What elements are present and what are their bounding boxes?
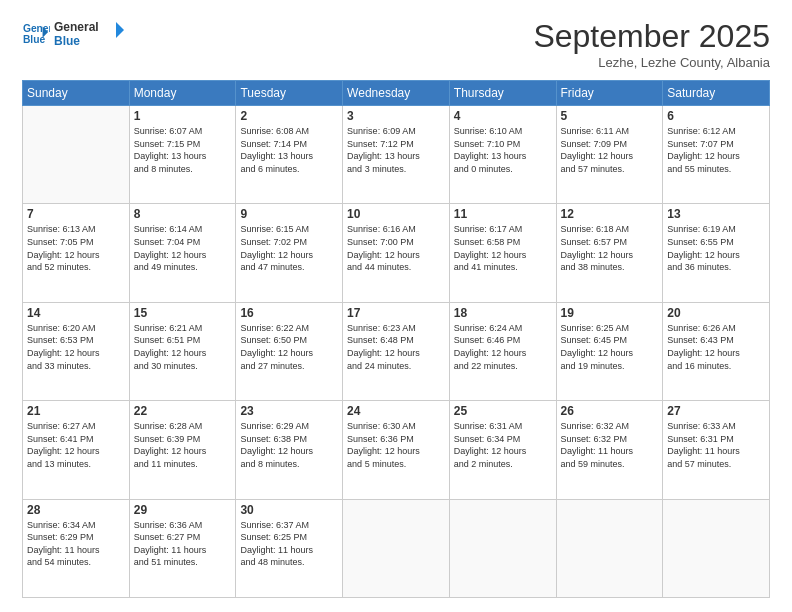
week-row-4: 28Sunrise: 6:34 AMSunset: 6:29 PMDayligh… (23, 499, 770, 597)
day-info: Sunrise: 6:08 AMSunset: 7:14 PMDaylight:… (240, 125, 338, 175)
calendar-cell: 10Sunrise: 6:16 AMSunset: 7:00 PMDayligh… (343, 204, 450, 302)
day-number: 18 (454, 306, 552, 320)
calendar-cell: 30Sunrise: 6:37 AMSunset: 6:25 PMDayligh… (236, 499, 343, 597)
day-number: 4 (454, 109, 552, 123)
day-info: Sunrise: 6:22 AMSunset: 6:50 PMDaylight:… (240, 322, 338, 372)
calendar-cell: 13Sunrise: 6:19 AMSunset: 6:55 PMDayligh… (663, 204, 770, 302)
calendar-cell: 9Sunrise: 6:15 AMSunset: 7:02 PMDaylight… (236, 204, 343, 302)
header: General Blue General Blue September 2025… (22, 18, 770, 70)
week-row-1: 7Sunrise: 6:13 AMSunset: 7:05 PMDaylight… (23, 204, 770, 302)
col-tuesday: Tuesday (236, 81, 343, 106)
calendar-cell: 17Sunrise: 6:23 AMSunset: 6:48 PMDayligh… (343, 302, 450, 400)
logo-svg: General Blue (54, 18, 124, 48)
day-info: Sunrise: 6:07 AMSunset: 7:15 PMDaylight:… (134, 125, 232, 175)
day-number: 27 (667, 404, 765, 418)
day-number: 22 (134, 404, 232, 418)
calendar-cell: 27Sunrise: 6:33 AMSunset: 6:31 PMDayligh… (663, 401, 770, 499)
day-number: 2 (240, 109, 338, 123)
day-info: Sunrise: 6:21 AMSunset: 6:51 PMDaylight:… (134, 322, 232, 372)
day-number: 13 (667, 207, 765, 221)
subtitle: Lezhe, Lezhe County, Albania (533, 55, 770, 70)
day-number: 1 (134, 109, 232, 123)
day-number: 24 (347, 404, 445, 418)
calendar-cell: 19Sunrise: 6:25 AMSunset: 6:45 PMDayligh… (556, 302, 663, 400)
day-number: 11 (454, 207, 552, 221)
col-thursday: Thursday (449, 81, 556, 106)
calendar-cell: 11Sunrise: 6:17 AMSunset: 6:58 PMDayligh… (449, 204, 556, 302)
calendar-cell: 16Sunrise: 6:22 AMSunset: 6:50 PMDayligh… (236, 302, 343, 400)
col-saturday: Saturday (663, 81, 770, 106)
day-info: Sunrise: 6:18 AMSunset: 6:57 PMDaylight:… (561, 223, 659, 273)
day-info: Sunrise: 6:36 AMSunset: 6:27 PMDaylight:… (134, 519, 232, 569)
calendar-cell: 20Sunrise: 6:26 AMSunset: 6:43 PMDayligh… (663, 302, 770, 400)
calendar-cell: 18Sunrise: 6:24 AMSunset: 6:46 PMDayligh… (449, 302, 556, 400)
day-info: Sunrise: 6:13 AMSunset: 7:05 PMDaylight:… (27, 223, 125, 273)
calendar-cell: 24Sunrise: 6:30 AMSunset: 6:36 PMDayligh… (343, 401, 450, 499)
day-info: Sunrise: 6:23 AMSunset: 6:48 PMDaylight:… (347, 322, 445, 372)
day-number: 5 (561, 109, 659, 123)
calendar-cell: 6Sunrise: 6:12 AMSunset: 7:07 PMDaylight… (663, 106, 770, 204)
day-number: 20 (667, 306, 765, 320)
calendar-cell: 22Sunrise: 6:28 AMSunset: 6:39 PMDayligh… (129, 401, 236, 499)
day-info: Sunrise: 6:20 AMSunset: 6:53 PMDaylight:… (27, 322, 125, 372)
calendar-table: Sunday Monday Tuesday Wednesday Thursday… (22, 80, 770, 598)
calendar-cell: 4Sunrise: 6:10 AMSunset: 7:10 PMDaylight… (449, 106, 556, 204)
week-row-0: 1Sunrise: 6:07 AMSunset: 7:15 PMDaylight… (23, 106, 770, 204)
day-info: Sunrise: 6:24 AMSunset: 6:46 PMDaylight:… (454, 322, 552, 372)
day-number: 8 (134, 207, 232, 221)
day-info: Sunrise: 6:34 AMSunset: 6:29 PMDaylight:… (27, 519, 125, 569)
day-number: 19 (561, 306, 659, 320)
day-number: 29 (134, 503, 232, 517)
day-info: Sunrise: 6:28 AMSunset: 6:39 PMDaylight:… (134, 420, 232, 470)
day-info: Sunrise: 6:17 AMSunset: 6:58 PMDaylight:… (454, 223, 552, 273)
svg-text:Blue: Blue (23, 34, 46, 45)
week-row-3: 21Sunrise: 6:27 AMSunset: 6:41 PMDayligh… (23, 401, 770, 499)
day-info: Sunrise: 6:15 AMSunset: 7:02 PMDaylight:… (240, 223, 338, 273)
day-number: 26 (561, 404, 659, 418)
page: General Blue General Blue September 2025… (0, 0, 792, 612)
col-wednesday: Wednesday (343, 81, 450, 106)
month-title: September 2025 (533, 18, 770, 55)
day-number: 3 (347, 109, 445, 123)
day-info: Sunrise: 6:19 AMSunset: 6:55 PMDaylight:… (667, 223, 765, 273)
day-number: 16 (240, 306, 338, 320)
calendar-cell: 2Sunrise: 6:08 AMSunset: 7:14 PMDaylight… (236, 106, 343, 204)
week-row-2: 14Sunrise: 6:20 AMSunset: 6:53 PMDayligh… (23, 302, 770, 400)
day-info: Sunrise: 6:26 AMSunset: 6:43 PMDaylight:… (667, 322, 765, 372)
day-info: Sunrise: 6:10 AMSunset: 7:10 PMDaylight:… (454, 125, 552, 175)
calendar-cell: 25Sunrise: 6:31 AMSunset: 6:34 PMDayligh… (449, 401, 556, 499)
day-number: 30 (240, 503, 338, 517)
calendar-cell: 7Sunrise: 6:13 AMSunset: 7:05 PMDaylight… (23, 204, 130, 302)
logo-icon: General Blue (22, 19, 50, 47)
day-number: 10 (347, 207, 445, 221)
day-info: Sunrise: 6:11 AMSunset: 7:09 PMDaylight:… (561, 125, 659, 175)
day-number: 7 (27, 207, 125, 221)
day-number: 6 (667, 109, 765, 123)
svg-marker-5 (116, 22, 124, 38)
day-info: Sunrise: 6:12 AMSunset: 7:07 PMDaylight:… (667, 125, 765, 175)
day-info: Sunrise: 6:14 AMSunset: 7:04 PMDaylight:… (134, 223, 232, 273)
day-number: 14 (27, 306, 125, 320)
svg-text:Blue: Blue (54, 34, 80, 48)
day-info: Sunrise: 6:30 AMSunset: 6:36 PMDaylight:… (347, 420, 445, 470)
day-info: Sunrise: 6:37 AMSunset: 6:25 PMDaylight:… (240, 519, 338, 569)
day-number: 17 (347, 306, 445, 320)
calendar-cell (556, 499, 663, 597)
calendar-cell (23, 106, 130, 204)
day-info: Sunrise: 6:09 AMSunset: 7:12 PMDaylight:… (347, 125, 445, 175)
calendar-cell (663, 499, 770, 597)
day-number: 23 (240, 404, 338, 418)
calendar-cell (449, 499, 556, 597)
calendar-cell: 21Sunrise: 6:27 AMSunset: 6:41 PMDayligh… (23, 401, 130, 499)
calendar-cell: 15Sunrise: 6:21 AMSunset: 6:51 PMDayligh… (129, 302, 236, 400)
calendar-cell: 1Sunrise: 6:07 AMSunset: 7:15 PMDaylight… (129, 106, 236, 204)
day-info: Sunrise: 6:31 AMSunset: 6:34 PMDaylight:… (454, 420, 552, 470)
day-number: 9 (240, 207, 338, 221)
day-info: Sunrise: 6:29 AMSunset: 6:38 PMDaylight:… (240, 420, 338, 470)
calendar-cell: 29Sunrise: 6:36 AMSunset: 6:27 PMDayligh… (129, 499, 236, 597)
calendar-cell: 5Sunrise: 6:11 AMSunset: 7:09 PMDaylight… (556, 106, 663, 204)
day-info: Sunrise: 6:16 AMSunset: 7:00 PMDaylight:… (347, 223, 445, 273)
day-number: 28 (27, 503, 125, 517)
svg-text:General: General (54, 20, 99, 34)
day-number: 12 (561, 207, 659, 221)
